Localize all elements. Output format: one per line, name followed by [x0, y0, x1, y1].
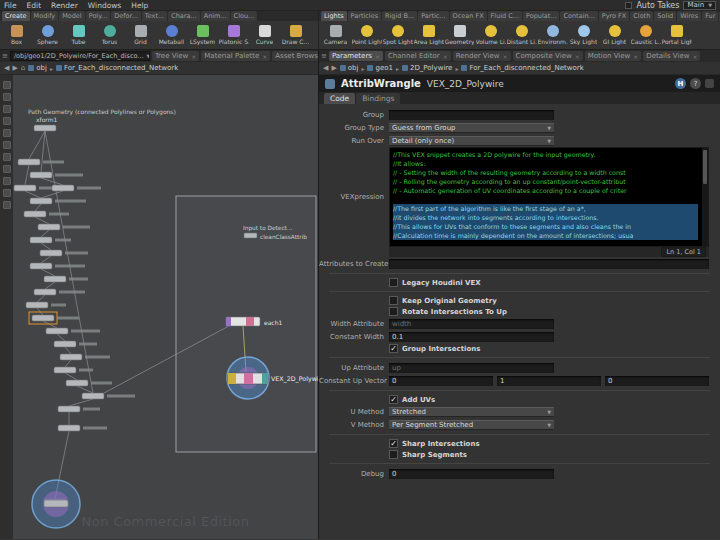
menu-help[interactable]: Help	[131, 1, 148, 10]
network-node[interactable]	[44, 276, 66, 282]
home-icon[interactable]: ⌂	[21, 64, 25, 72]
network-node[interactable]	[58, 425, 80, 431]
node-name-field[interactable]: VEX_2D_Polywire	[427, 79, 504, 89]
network-node[interactable]	[18, 159, 40, 165]
network-node[interactable]	[38, 224, 60, 230]
network-tool-icon[interactable]	[3, 105, 11, 113]
shelf-tab-solid[interactable]: Solid	[654, 11, 676, 21]
run-over-dropdown[interactable]: Detail (only once) ▼	[389, 136, 554, 146]
sharp-intersections-checkbox[interactable]: ✓	[389, 439, 398, 448]
network-tool-icon[interactable]	[3, 153, 11, 161]
shelf-tool-distant-li[interactable]: Distant Li...	[506, 25, 537, 45]
network-tool-icon[interactable]	[3, 165, 11, 173]
network-node[interactable]	[82, 393, 104, 399]
network-tool-icon[interactable]	[3, 189, 11, 197]
shelf-tool-geometry[interactable]: Geometry	[444, 25, 475, 45]
network-node-each1[interactable]	[226, 317, 260, 326]
shelf-tab-fluid-c[interactable]: Fluid C...	[488, 11, 522, 21]
network-node[interactable]	[58, 406, 80, 412]
shelf-tool-point-light[interactable]: Point Light	[351, 25, 382, 45]
network-node-cleanclassattrib[interactable]	[244, 233, 257, 238]
forward-arrow-icon[interactable]: ▶	[331, 64, 336, 72]
group-intersections-checkbox[interactable]: ✓	[389, 344, 398, 353]
network-tool-icon[interactable]	[3, 129, 11, 137]
v-method-dropdown[interactable]: Per Segment Stretched ▼	[389, 420, 554, 430]
shelf-tab-defor[interactable]: Defor...	[111, 11, 141, 21]
close-icon[interactable]: ×	[575, 53, 580, 60]
constant-up-x-input[interactable]: 0	[389, 376, 493, 386]
close-icon[interactable]: ×	[191, 53, 196, 60]
shelf-tool-lsystem[interactable]: LSystem	[187, 25, 218, 45]
shelf-tool-sphere[interactable]: Sphere	[32, 25, 63, 45]
shelf-tab-ocean-fx[interactable]: Ocean FX	[450, 11, 487, 21]
close-icon[interactable]: ×	[375, 53, 380, 60]
shelf-tool-caustic-l[interactable]: Caustic L...	[630, 25, 661, 45]
close-icon[interactable]: ×	[692, 53, 697, 60]
shelf-tab-clou[interactable]: Clou...	[231, 11, 258, 21]
code-scrollbar[interactable]	[702, 148, 708, 246]
add-uvs-checkbox[interactable]: ✓	[389, 395, 398, 404]
houdini-logo-icon[interactable]: H	[675, 78, 686, 89]
breadcrumb-segment-2d-polywire[interactable]: 2D_Polywire	[402, 64, 452, 72]
tab-code[interactable]: Code	[324, 93, 355, 104]
shelf-tab-pyro-fx[interactable]: Pyro FX	[599, 11, 630, 21]
shelf-tab-create[interactable]: Create	[2, 11, 30, 21]
help-icon[interactable]: ?	[690, 78, 701, 89]
pane-tab-motion-view[interactable]: Motion View×	[585, 51, 642, 61]
constant-width-input[interactable]: 0.1	[389, 332, 554, 342]
shelf-tab-anim[interactable]: Anim...	[201, 11, 230, 21]
breadcrumb-segment-for-each-disconnected-network[interactable]: For_Each_disconnected_Network	[461, 64, 583, 72]
pane-tab-tree-view[interactable]: Tree View×	[152, 51, 199, 61]
shelf-tool-portal-light[interactable]: Portal Light	[661, 25, 692, 45]
tab-bindings[interactable]: Bindings	[356, 93, 400, 104]
pane-tab-composite-view[interactable]: Composite View×	[513, 51, 583, 61]
shelf-tool-metaball[interactable]: Metaball	[156, 25, 187, 45]
shelf-tool-area-light[interactable]: Area Light	[413, 25, 444, 45]
auto-takes-checkbox[interactable]	[625, 2, 632, 9]
shelf-tool-volume-li[interactable]: Volume Li...	[475, 25, 506, 45]
shelf-tab-poly[interactable]: Poly...	[86, 11, 111, 21]
keep-original-geometry-checkbox[interactable]	[389, 296, 398, 305]
vexpression-editor[interactable]: //This VEX snippet creates a 2D polywire…	[389, 147, 709, 247]
network-node-output[interactable]	[44, 500, 68, 507]
shelf-tab-rigid-b[interactable]: Rigid B...	[382, 11, 417, 21]
pane-tab-details-view[interactable]: Details View×	[643, 51, 700, 61]
legacy-vex-checkbox[interactable]	[389, 278, 398, 287]
network-node-xform1[interactable]	[34, 125, 56, 131]
shelf-tab-particles[interactable]: Particles	[348, 11, 381, 21]
network-node[interactable]	[32, 315, 54, 321]
network-node[interactable]	[30, 263, 52, 269]
network-node[interactable]	[24, 211, 46, 217]
network-node[interactable]	[66, 380, 88, 386]
network-node[interactable]	[40, 250, 62, 256]
shelf-tab-model[interactable]: Model	[59, 11, 85, 21]
network-node[interactable]	[54, 341, 76, 347]
network-tool-icon[interactable]	[3, 141, 11, 149]
pane-tab-render-view[interactable]: Render View×	[453, 51, 511, 61]
shelf-tab-wires[interactable]: Wires	[677, 11, 701, 21]
shelf-tool-torus[interactable]: Torus	[94, 25, 125, 45]
breadcrumb-segment-geo1[interactable]: geo1	[367, 64, 393, 72]
network-tool-icon[interactable]	[3, 177, 11, 185]
network-path-combo[interactable]: /obj/geo1/2D_Polywire/For_Each_disco... …	[10, 51, 150, 61]
shelf-tool-gi-light[interactable]: GI Light	[599, 25, 630, 45]
network-tool-icon[interactable]	[3, 93, 11, 101]
breadcrumb-segment-obj[interactable]: obj	[28, 64, 47, 72]
shelf-tool-environm[interactable]: Environm...	[537, 25, 568, 45]
sharp-segments-checkbox[interactable]	[389, 450, 398, 459]
network-node[interactable]	[26, 302, 48, 308]
up-attribute-input[interactable]: up	[389, 363, 554, 373]
shelf-tab-cloth[interactable]: Cloth	[630, 11, 653, 21]
shelf-tool-sky-light[interactable]: Sky Light	[568, 25, 599, 45]
pane-tab-parameters[interactable]: Parameters×	[329, 51, 383, 61]
shelf-tab-partic[interactable]: Partic...	[418, 11, 448, 21]
network-node[interactable]	[60, 354, 82, 360]
close-icon[interactable]: ×	[633, 53, 638, 60]
network-node[interactable]	[30, 198, 52, 204]
network-node[interactable]	[30, 237, 52, 243]
shelf-tab-contain[interactable]: Contain...	[560, 11, 597, 21]
close-icon[interactable]: ×	[443, 53, 448, 60]
shelf-tool-spot-light[interactable]: Spot Light	[382, 25, 413, 45]
menu-render[interactable]: Render	[51, 1, 78, 10]
shelf-tab-modify[interactable]: Modify	[31, 11, 59, 21]
